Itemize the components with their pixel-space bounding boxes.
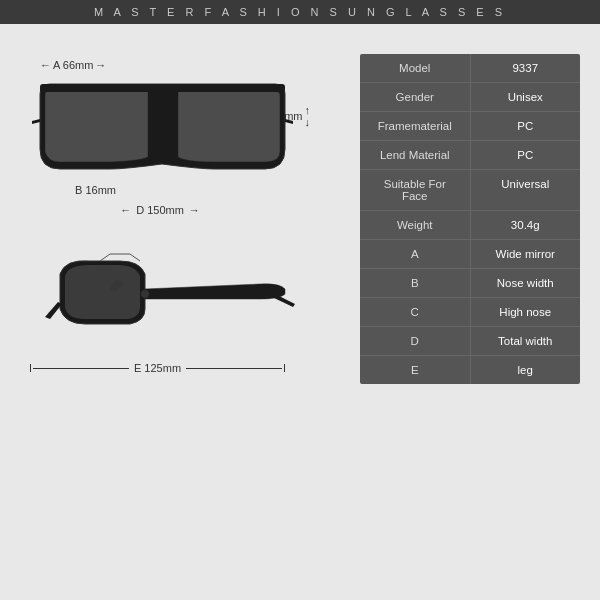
specs-value-7: Nose width	[471, 269, 581, 297]
specs-row-6: AWide mirror	[360, 240, 580, 269]
specs-value-3: PC	[471, 141, 581, 169]
dimension-b: B 16mm	[75, 184, 116, 196]
dimension-d: ← D 150mm →	[40, 204, 280, 216]
specs-value-10: leg	[471, 356, 581, 384]
specs-row-9: DTotal width	[360, 327, 580, 356]
specs-row-10: Eleg	[360, 356, 580, 384]
specs-label-3: Lend Material	[360, 141, 471, 169]
brand-banner: M A S T E R F A S H I O N S U N G L A S …	[0, 0, 600, 24]
side-view-container: E 125mm	[20, 244, 320, 374]
svg-rect-0	[40, 84, 285, 92]
product-image-panel: ← A 66mm → C 57mm ↑ ↓	[20, 39, 350, 384]
specs-label-5: Weight	[360, 211, 471, 239]
svg-point-1	[141, 290, 149, 298]
specs-row-7: BNose width	[360, 269, 580, 298]
specs-label-6: A	[360, 240, 471, 268]
specs-value-6: Wide mirror	[471, 240, 581, 268]
glasses-side-svg	[30, 249, 300, 359]
glasses-front-svg	[30, 69, 295, 209]
specs-value-9: Total width	[471, 327, 581, 355]
specs-table: Model9337GenderUnisexFramematerialPCLend…	[360, 54, 580, 384]
specs-label-0: Model	[360, 54, 471, 82]
specs-label-9: D	[360, 327, 471, 355]
specs-row-5: Weight30.4g	[360, 211, 580, 240]
specs-value-2: PC	[471, 112, 581, 140]
specs-label-2: Framematerial	[360, 112, 471, 140]
specs-label-10: E	[360, 356, 471, 384]
specs-label-1: Gender	[360, 83, 471, 111]
specs-row-4: Suitable For FaceUniversal	[360, 170, 580, 211]
specs-value-1: Unisex	[471, 83, 581, 111]
specs-row-1: GenderUnisex	[360, 83, 580, 112]
specs-value-4: Universal	[471, 170, 581, 210]
specs-label-7: B	[360, 269, 471, 297]
specs-row-8: CHigh nose	[360, 298, 580, 327]
specs-value-5: 30.4g	[471, 211, 581, 239]
specs-value-0: 9337	[471, 54, 581, 82]
dimension-e: E 125mm	[30, 362, 285, 374]
specs-row-3: Lend MaterialPC	[360, 141, 580, 170]
specs-row-2: FramematerialPC	[360, 112, 580, 141]
specs-label-4: Suitable For Face	[360, 170, 471, 210]
specs-value-8: High nose	[471, 298, 581, 326]
brand-text: M A S T E R F A S H I O N S U N G L A S …	[94, 6, 506, 18]
front-view-container: ← A 66mm → C 57mm ↑ ↓	[20, 49, 320, 239]
specs-label-8: C	[360, 298, 471, 326]
specs-row-0: Model9337	[360, 54, 580, 83]
